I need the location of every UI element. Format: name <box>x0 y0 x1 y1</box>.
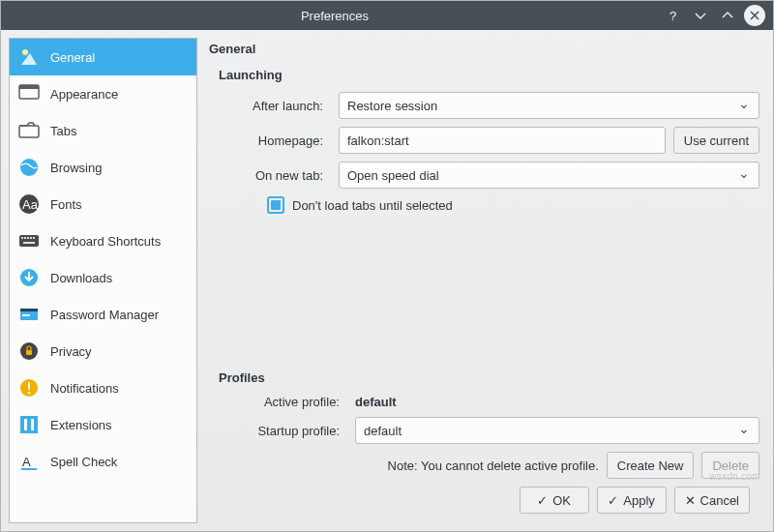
defer-tabs-checkbox[interactable] <box>267 196 284 214</box>
profile-note: Note: You cannot delete active profile. <box>388 458 599 473</box>
profiles-title: Profiles <box>219 370 759 385</box>
close-button[interactable] <box>744 5 765 26</box>
apply-button[interactable]: ✓ Apply <box>597 487 667 514</box>
sidebar: General Appearance Tabs Browsing Aa Font… <box>9 38 197 523</box>
svg-rect-17 <box>33 237 35 239</box>
cancel-icon: ✕ <box>685 493 696 508</box>
svg-text:Aa: Aa <box>22 197 39 212</box>
sidebar-item-tabs[interactable]: Tabs <box>10 112 196 149</box>
svg-rect-8 <box>19 126 39 137</box>
sidebar-item-appearance[interactable]: Appearance <box>10 75 196 112</box>
content: General Launching After launch: Restore … <box>205 38 765 523</box>
homepage-label: Homepage: <box>238 133 323 148</box>
sidebar-item-downloads[interactable]: Downloads <box>10 259 196 296</box>
svg-rect-12 <box>19 235 39 247</box>
active-profile-label: Active profile: <box>238 395 340 409</box>
svg-point-27 <box>28 392 31 395</box>
svg-rect-30 <box>31 419 34 430</box>
sidebar-label: Downloads <box>50 271 112 285</box>
on-new-tab-select[interactable]: Open speed dial <box>339 162 759 189</box>
launching-title: Launching <box>219 68 759 82</box>
svg-rect-29 <box>24 419 27 430</box>
svg-rect-7 <box>19 85 39 89</box>
svg-rect-21 <box>20 309 38 311</box>
check-icon: ✓ <box>608 493 618 508</box>
svg-rect-14 <box>24 237 26 239</box>
startup-profile-select[interactable]: default <box>355 417 759 444</box>
ok-button[interactable]: ✓ OK <box>520 487 589 514</box>
sidebar-label: General <box>50 50 95 65</box>
sidebar-label: Tabs <box>50 124 76 138</box>
minimize-button[interactable] <box>690 5 711 26</box>
homepage-input[interactable] <box>339 127 666 154</box>
svg-rect-13 <box>21 237 23 239</box>
svg-rect-28 <box>20 416 38 433</box>
sidebar-item-password-manager[interactable]: Password Manager <box>10 296 196 333</box>
defer-tabs-label: Don't load tabs until selected <box>292 198 453 213</box>
maximize-button[interactable] <box>717 5 738 26</box>
startup-profile-label: Startup profile: <box>238 424 340 438</box>
extensions-icon <box>17 413 41 436</box>
fonts-icon: Aa <box>17 192 41 216</box>
body: General Appearance Tabs Browsing Aa Font… <box>1 30 773 531</box>
check-icon: ✓ <box>537 493 548 508</box>
sidebar-label: Keyboard Shortcuts <box>50 234 161 249</box>
sidebar-item-privacy[interactable]: Privacy <box>10 333 196 369</box>
password-manager-icon <box>17 303 41 326</box>
sidebar-item-keyboard-shortcuts[interactable]: Keyboard Shortcuts <box>10 222 196 259</box>
appearance-icon <box>17 82 41 105</box>
notifications-icon <box>17 376 41 399</box>
sidebar-label: Extensions <box>50 418 112 432</box>
svg-rect-16 <box>30 237 32 239</box>
browsing-icon <box>17 156 41 179</box>
sidebar-label: Password Manager <box>50 308 159 322</box>
tabs-icon <box>17 119 41 142</box>
sidebar-label: Spell Check <box>50 455 117 469</box>
svg-rect-15 <box>27 237 29 239</box>
svg-rect-18 <box>23 242 35 244</box>
content-heading: General <box>209 42 759 56</box>
sidebar-item-notifications[interactable]: Notifications <box>10 369 196 406</box>
svg-rect-26 <box>28 382 30 390</box>
use-current-button[interactable]: Use current <box>673 127 759 154</box>
help-button[interactable]: ? <box>663 5 684 26</box>
spell-check-icon: A <box>17 450 41 473</box>
sidebar-label: Privacy <box>50 344 92 359</box>
watermark: wsxdn.com <box>709 471 760 482</box>
titlebar: Preferences ? <box>1 1 773 30</box>
svg-text:A: A <box>22 455 31 469</box>
svg-point-5 <box>22 49 28 55</box>
downloads-icon <box>17 266 41 289</box>
sidebar-label: Appearance <box>50 87 118 102</box>
sidebar-label: Notifications <box>50 381 119 396</box>
sidebar-item-spell-check[interactable]: A Spell Check <box>10 443 196 480</box>
cancel-button[interactable]: ✕ Cancel <box>674 487 750 514</box>
svg-rect-24 <box>26 350 32 355</box>
dialog-buttons: ✓ OK ✓ Apply ✕ Cancel <box>219 479 759 523</box>
svg-rect-22 <box>22 314 30 316</box>
window-title: Preferences <box>13 9 657 23</box>
sidebar-label: Browsing <box>50 161 102 175</box>
after-launch-select[interactable]: Restore session <box>339 92 759 119</box>
sidebar-item-extensions[interactable]: Extensions <box>10 406 196 443</box>
keyboard-icon <box>17 229 41 252</box>
sidebar-item-general[interactable]: General <box>10 39 196 75</box>
after-launch-label: After launch: <box>238 99 323 113</box>
sidebar-item-browsing[interactable]: Browsing <box>10 149 196 186</box>
sidebar-label: Fonts <box>50 197 82 212</box>
general-icon <box>17 45 41 69</box>
svg-point-9 <box>20 159 38 176</box>
create-new-button[interactable]: Create New <box>607 452 695 479</box>
privacy-icon <box>17 340 41 363</box>
active-profile-value: default <box>355 395 397 409</box>
on-new-tab-label: On new tab: <box>238 168 323 183</box>
sidebar-item-fonts[interactable]: Aa Fonts <box>10 186 196 222</box>
svg-text:?: ? <box>670 9 676 22</box>
